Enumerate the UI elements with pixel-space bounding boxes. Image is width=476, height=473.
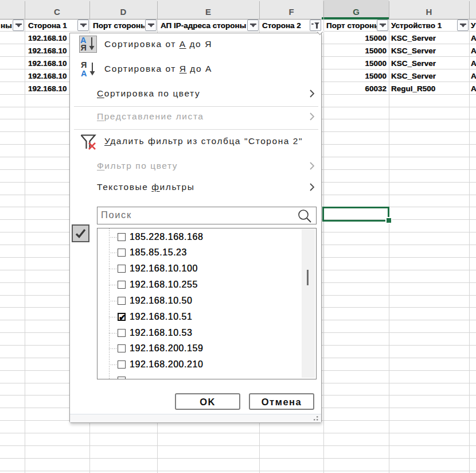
svg-text:А: А bbox=[81, 69, 87, 77]
svg-text:Я: Я bbox=[81, 60, 87, 69]
svg-text:Я: Я bbox=[81, 43, 87, 52]
